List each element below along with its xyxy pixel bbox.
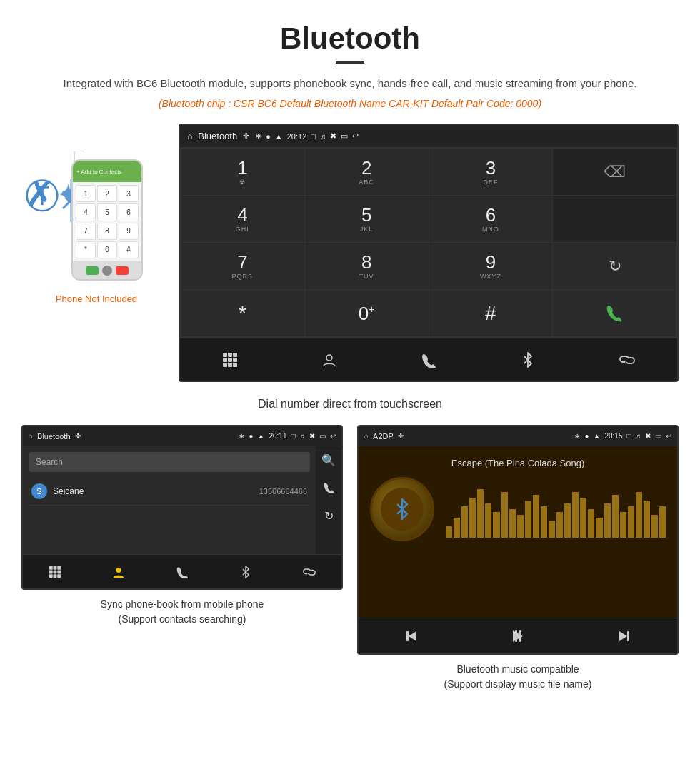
phone-graphic: ✗ Ⓣ ⎾ ✦ [50,145,143,288]
contact-name: Seicane [53,486,259,496]
backspace-key[interactable]: ⌫ [553,149,676,195]
music-caption: Bluetooth music compatible (Support disp… [444,662,592,692]
title-divider [336,61,364,64]
equalizer-bar [659,506,666,538]
subtitle-text: Integrated with BC6 Bluetooth module, su… [43,75,657,92]
phone-screen-body: 1 2 3 4 5 6 7 8 9 * 0 # [73,182,141,261]
svg-rect-7 [233,353,237,357]
equalizer-bar [525,501,531,538]
phone-bottom [73,261,141,279]
reload-side-icon[interactable]: ↻ [324,509,334,523]
sig-m: ▲ [594,432,601,440]
time-display: 20:12 [287,132,307,141]
link-icon-c[interactable] [278,555,341,588]
svg-rect-11 [223,363,227,367]
contact-row[interactable]: S Seicane 13566664466 [29,478,310,506]
svg-rect-19 [53,570,56,573]
vol-m: ♬ [636,432,641,440]
play-pause-button[interactable] [465,618,571,653]
key-hash[interactable]: # [429,290,553,336]
phone-key: 3 [119,185,139,202]
equalizer-bar [651,515,658,538]
key-6[interactable]: 6 MNO [429,196,553,242]
key-9[interactable]: 9 WXYZ [429,243,553,289]
sig-sm: ▲ [258,432,265,440]
equalizer-bar [469,498,476,538]
music-caption-line1: Bluetooth music compatible [456,663,579,675]
svg-rect-28 [519,630,521,642]
key-2[interactable]: 2 ABC [305,149,429,195]
phone-key: 4 [76,203,96,221]
svg-rect-12 [228,363,232,367]
key-4[interactable]: 4 GHI [181,196,304,242]
music-screen: ⌂ A2DP ✜ ∗ ● ▲ 20:15 □ ♬ ✖ ▭ ↩ Escape (T… [357,425,679,655]
dial-caption: Dial number direct from touchscreen [0,389,700,425]
next-button[interactable] [571,618,677,653]
search-side-icon[interactable]: 🔍 [321,453,336,467]
key-0[interactable]: 0+ [305,290,429,336]
cam-sm: □ [291,432,295,440]
key-star[interactable]: * [181,290,304,336]
equalizer-bar [572,492,579,538]
phone-screen-top: + Add to Contacts [73,161,141,182]
equalizer-bar [533,495,539,538]
equalizer-bar [493,512,499,538]
prev-button[interactable] [359,618,465,653]
contacts-screen: ⌂ Bluetooth ✜ ∗ ● ▲ 20:11 □ ♬ ✖ ▭ ↩ [21,425,343,590]
svg-rect-23 [57,574,61,578]
contacts-icon[interactable] [279,338,379,381]
svg-rect-31 [627,631,629,641]
location-icon: ● [266,132,271,141]
key-5[interactable]: 5 JKL [305,196,429,242]
equalizer-bar [501,492,508,538]
equalizer-bar [588,509,594,538]
equalizer-bar [461,506,468,538]
phone-key: 7 [76,223,96,240]
phone-icon-c[interactable] [150,555,214,588]
title-section: Bluetooth Integrated with BC6 Bluetooth … [0,0,700,116]
bluetooth-icon[interactable] [479,338,578,381]
phone-not-included-label: Phone Not Included [56,293,137,304]
reload-key[interactable]: ↻ [553,243,676,289]
svg-rect-29 [515,630,517,642]
call-key[interactable] [553,290,676,336]
phone-home-btn [102,266,112,276]
usb-icon: ✜ [243,131,249,141]
equalizer-bar [612,495,619,538]
bt-icon-c[interactable] [214,555,278,588]
grid-icon-c[interactable] [23,555,86,588]
a2dp-label: A2DP [373,432,394,441]
phone-key: 9 [119,223,139,240]
svg-rect-6 [228,353,232,357]
bluetooth-icon-large: ✗ Ⓣ [25,174,55,215]
contacts-icon-c[interactable] [86,555,150,588]
camera-icon: □ [311,132,316,141]
phone-icon[interactable] [379,338,478,381]
dialpad-statusbar: ⌂ Bluetooth ✜ ∗ ● ▲ 20:12 □ ♬ ✖ ▭ ↩ [180,125,677,148]
bt-m: ∗ [574,432,580,440]
key-7[interactable]: 7 PQRS [181,243,304,289]
phone-key: 6 [119,203,139,221]
grid-icon[interactable] [180,338,279,381]
back-icon: ↩ [352,131,359,141]
music-content-row [370,477,666,541]
time-m: 20:15 [604,432,622,440]
equalizer-bar [620,512,626,538]
cam-m: □ [626,432,631,440]
key-1[interactable]: 1 ☢ [181,149,304,195]
key-8[interactable]: 8 TUV [305,243,429,289]
equalizer-bar [549,521,555,538]
equalizer-bar [517,515,524,538]
loc-m: ● [584,432,589,440]
link-icon[interactable] [578,338,677,381]
key-3[interactable]: 3 DEF [429,149,553,195]
bt-sm: ∗ [239,432,244,440]
search-bar[interactable]: Search [29,452,310,472]
phone-call-btn [86,266,99,275]
call-side-icon[interactable] [323,481,334,495]
music-equalizer [446,481,666,538]
phone-key: 0 [97,241,117,258]
music-controls [359,618,677,653]
rect-icon: ▭ [341,131,348,141]
contacts-caption-line2: (Support contacts searching) [119,613,246,625]
